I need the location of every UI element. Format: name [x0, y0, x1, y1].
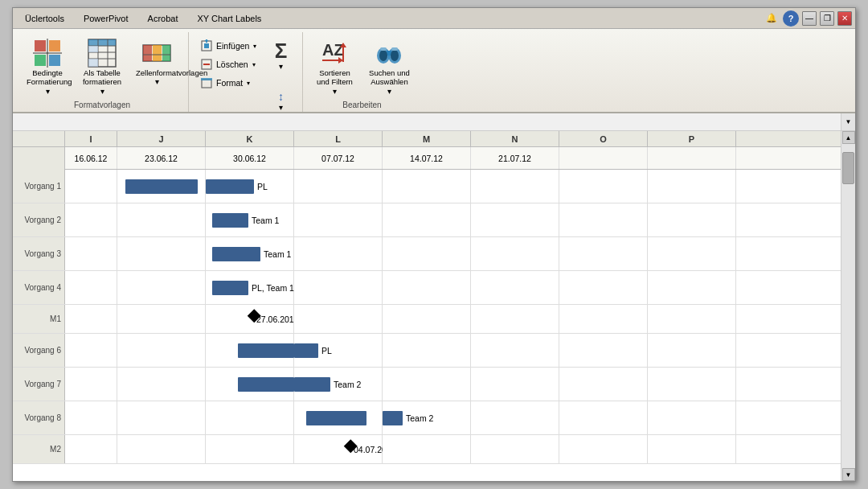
- cell-6-M: [383, 334, 471, 367]
- cell-M2-I: [65, 435, 117, 463]
- ribbon-tab-xy-chart-labels[interactable]: XY Chart Labels: [188, 10, 270, 27]
- suchen-auswaehlen-button[interactable]: Suchen undAuswählen ▾: [364, 35, 414, 98]
- als-tabelle-button[interactable]: Als Tabelleformatieren ▾: [77, 35, 127, 98]
- cell-6-K: [206, 334, 294, 367]
- gantt-bar-1b: [206, 179, 254, 194]
- formula-bar-scroll[interactable]: ▼: [841, 113, 855, 130]
- als-tabelle-label: Als Tabelleformatieren ▾: [81, 68, 123, 96]
- table-row: Vorgang 2 Team 1: [13, 203, 841, 237]
- cell-M1-O: [559, 305, 648, 333]
- date-cell-6: 21.07.12: [471, 147, 559, 169]
- col-header-J: J: [117, 131, 206, 146]
- cell-M1-P: [648, 305, 736, 333]
- cell-M1-J: [117, 305, 206, 333]
- table-row: Vorgang 3 Team 1: [13, 237, 841, 271]
- ribbon-tab-üclertools[interactable]: Üclertools: [16, 10, 73, 27]
- svg-rect-17: [153, 45, 162, 61]
- sortieren-filtern-button[interactable]: AZ Sortierenund Filtern ▾: [309, 35, 359, 98]
- svg-point-37: [391, 50, 399, 61]
- svg-rect-18: [162, 45, 170, 61]
- einfuegen-button[interactable]: Einfügen ▾: [195, 37, 260, 55]
- cell-7-K: [206, 368, 294, 401]
- bedingte-formatierung-button[interactable]: BedingteFormatierung ▾: [23, 35, 72, 98]
- table-row: Vorgang 1 PL: [13, 170, 841, 203]
- date-cell-2: 23.06.12: [117, 147, 206, 169]
- vertical-scrollbar[interactable]: ▲ ▼: [841, 131, 855, 481]
- col-header-P: P: [648, 131, 736, 146]
- row-label-4: Vorgang 4: [13, 271, 65, 304]
- bedingte-formatierung-icon: [32, 38, 63, 68]
- column-headers: I J K L M N O P: [13, 131, 841, 147]
- cell-3-M: [383, 237, 471, 270]
- cell-7-J: [117, 368, 206, 401]
- gantt-label-2: Team 1: [252, 216, 279, 225]
- bell-icon[interactable]: 🔔: [764, 10, 780, 27]
- cell-2-K: Team 1: [206, 203, 294, 236]
- cell-M2-O: [559, 435, 648, 463]
- gantt-bar-8b: [383, 411, 403, 425]
- cell-3-P: [648, 237, 736, 270]
- loeschen-arrow: ▾: [252, 61, 256, 68]
- cell-3-N: [471, 237, 559, 270]
- ribbon: BedingteFormatierung ▾: [13, 29, 855, 113]
- svg-text:AZ: AZ: [322, 41, 344, 59]
- cell-8-K: [206, 401, 294, 434]
- cell-4-J: [117, 271, 206, 304]
- svg-rect-14: [88, 59, 98, 67]
- zellenformatvorlagen-button[interactable]: Zellenformatvorlagen▾: [132, 35, 182, 89]
- svg-rect-27: [201, 78, 212, 80]
- restore-button[interactable]: ❐: [820, 11, 834, 26]
- sigma-button[interactable]: Σ ▾: [265, 37, 296, 73]
- cell-6-L: PL: [294, 334, 383, 367]
- svg-rect-3: [49, 55, 60, 66]
- col-header-O: O: [559, 131, 648, 146]
- cell-7-I: [65, 368, 117, 401]
- svg-rect-21: [204, 43, 209, 48]
- svg-rect-26: [202, 80, 211, 88]
- cell-6-J: [117, 334, 206, 367]
- scroll-down-button[interactable]: ▼: [842, 468, 855, 481]
- cell-M2-N: [471, 435, 559, 463]
- bearbeiten-label: Bearbeiten: [309, 99, 414, 112]
- gantt-bar-8a: [306, 411, 366, 425]
- col-header-M: M: [383, 131, 471, 146]
- gantt-bar-7a: [238, 377, 294, 392]
- col-header-L: L: [294, 131, 383, 146]
- help-icon[interactable]: ?: [783, 10, 799, 27]
- cell-M1-L: [294, 305, 383, 333]
- cell-M2-J: [117, 435, 206, 463]
- close-button[interactable]: ✕: [837, 11, 852, 26]
- scroll-up-button[interactable]: ▲: [842, 131, 855, 144]
- format-label: Format: [216, 78, 243, 88]
- cell-1-I: [65, 170, 117, 203]
- sortieren-filtern-label: Sortierenund Filtern ▾: [313, 68, 355, 96]
- ribbon-tab-acrobat[interactable]: Acrobat: [139, 10, 187, 27]
- ribbon-tab-powerpivot[interactable]: PowerPivot: [75, 10, 137, 27]
- einfuegen-label: Einfügen: [216, 41, 249, 51]
- zellenformatvorlagen-label: Zellenformatvorlagen▾: [136, 68, 178, 87]
- row-label-3: Vorgang 3: [13, 237, 65, 270]
- scrollbar-thumb[interactable]: [842, 152, 854, 184]
- gantt-bar-1: [125, 179, 198, 194]
- col-header-K: K: [206, 131, 294, 146]
- cell-2-P: [648, 203, 736, 236]
- sigma-label: ▾: [279, 62, 283, 71]
- cell-1-L: [294, 170, 383, 203]
- svg-marker-23: [204, 39, 209, 41]
- cell-7-P: [648, 368, 736, 401]
- format-button[interactable]: Format ▾: [195, 74, 260, 92]
- loeschen-button[interactable]: Löschen ▾: [195, 55, 260, 73]
- cell-6-N: [471, 334, 559, 367]
- table-row: Vorgang 4 PL, Team 1: [13, 271, 841, 305]
- date-cell-1: 16.06.12: [65, 147, 117, 169]
- sort-small-button[interactable]: ↕ ▾: [268, 88, 293, 114]
- cell-4-I: [65, 271, 117, 304]
- cell-3-O: [559, 237, 648, 270]
- gantt-label-4: PL, Team 1: [252, 283, 294, 293]
- cell-1-N: [471, 170, 559, 203]
- grid-container: I J K L M N O P 16.06.12 23.06.12 30.06.…: [13, 131, 841, 481]
- cell-4-L: [294, 271, 383, 304]
- ribbon-tab-bar: ÜclertoolsPowerPivotAcrobatXY Chart Labe…: [13, 10, 270, 27]
- minimize-button[interactable]: —: [802, 11, 817, 26]
- date-row-header: [13, 147, 65, 170]
